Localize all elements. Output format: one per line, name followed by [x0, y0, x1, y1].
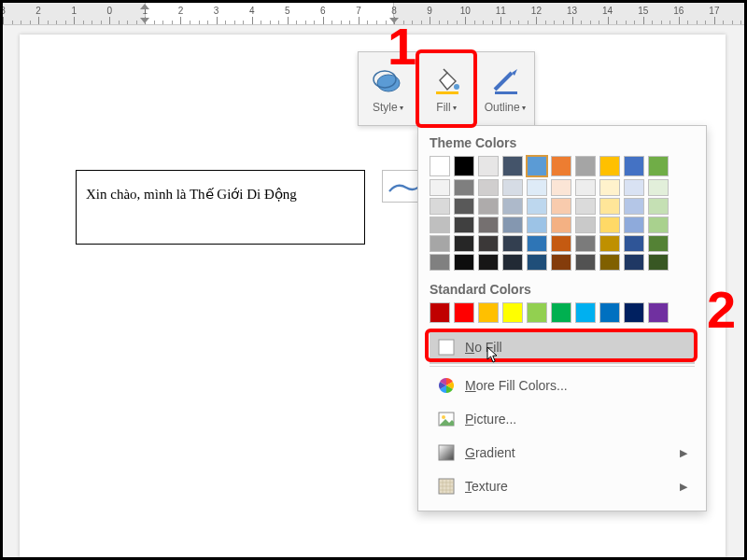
theme-tint-swatch[interactable] — [430, 254, 450, 271]
gradient-fill-item[interactable]: Gradient ▶ — [430, 436, 695, 469]
svg-rect-3 — [436, 91, 458, 94]
theme-color-swatch[interactable] — [551, 156, 571, 176]
theme-tint-swatch[interactable] — [648, 198, 669, 215]
standard-color-swatch[interactable] — [551, 302, 571, 323]
standard-color-swatch[interactable] — [502, 302, 523, 323]
more-fill-colors-item[interactable]: More Fill Colors... — [430, 369, 695, 402]
gradient-icon — [437, 443, 456, 462]
ruler-number: 0 — [107, 6, 113, 16]
theme-tint-swatch[interactable] — [599, 217, 620, 233]
theme-tint-swatch[interactable] — [502, 235, 523, 252]
theme-tint-swatch[interactable] — [648, 235, 669, 252]
theme-tint-swatch[interactable] — [599, 235, 620, 252]
ruler-number: 3 — [3, 6, 6, 16]
standard-color-swatch[interactable] — [648, 302, 669, 323]
texture-fill-item[interactable]: Texture ▶ — [430, 469, 695, 503]
chevron-down-icon: ▾ — [453, 104, 457, 112]
outline-label: Outline — [485, 101, 520, 114]
theme-tint-swatch[interactable] — [527, 198, 547, 215]
theme-tint-swatch[interactable] — [551, 217, 571, 233]
theme-tint-swatch[interactable] — [624, 198, 644, 215]
theme-tint-swatch[interactable] — [502, 254, 523, 271]
theme-tint-swatch[interactable] — [599, 254, 620, 271]
theme-colors-heading: Theme Colors — [430, 135, 695, 150]
theme-tint-swatch[interactable] — [648, 217, 669, 233]
ruler-number: 4 — [249, 6, 255, 16]
theme-tint-swatch[interactable] — [478, 254, 499, 271]
ruler-number: 17 — [709, 6, 719, 16]
theme-tint-swatch[interactable] — [454, 179, 474, 196]
submenu-arrow-icon: ▶ — [680, 481, 687, 493]
theme-tint-swatch[interactable] — [648, 179, 669, 196]
theme-tint-swatch[interactable] — [575, 217, 596, 233]
theme-color-swatch[interactable] — [454, 156, 474, 176]
theme-tint-swatch[interactable] — [575, 179, 596, 196]
theme-tint-swatch[interactable] — [478, 235, 499, 252]
theme-tint-swatch[interactable] — [624, 254, 644, 271]
standard-color-swatch[interactable] — [430, 302, 450, 323]
theme-color-swatch[interactable] — [478, 156, 499, 176]
theme-tint-swatch[interactable] — [502, 179, 523, 196]
theme-tint-swatch[interactable] — [430, 235, 450, 252]
theme-tint-swatch[interactable] — [454, 254, 474, 271]
standard-color-swatch[interactable] — [599, 302, 620, 323]
fill-label: Fill — [436, 101, 450, 114]
fill-button[interactable]: Fill▾ — [417, 52, 476, 125]
theme-tint-swatch[interactable] — [527, 179, 547, 196]
outline-button[interactable]: Outline▾ — [475, 52, 534, 125]
theme-tint-swatch[interactable] — [478, 217, 499, 233]
theme-color-swatch[interactable] — [502, 156, 523, 176]
theme-tint-swatch[interactable] — [599, 179, 620, 196]
theme-tint-swatch[interactable] — [599, 198, 620, 215]
theme-color-swatch[interactable] — [599, 156, 620, 176]
standard-color-swatch[interactable] — [454, 302, 474, 323]
theme-tint-swatch[interactable] — [551, 254, 571, 271]
theme-tint-swatch[interactable] — [430, 198, 450, 215]
theme-tint-swatch[interactable] — [502, 217, 523, 233]
no-fill-icon — [437, 338, 456, 357]
svg-point-0 — [377, 75, 400, 91]
theme-tint-swatch[interactable] — [478, 179, 499, 196]
theme-tint-swatch[interactable] — [624, 235, 644, 252]
theme-tint-swatch[interactable] — [551, 235, 571, 252]
picture-fill-label: Picture... — [465, 412, 516, 427]
theme-tint-swatch[interactable] — [624, 217, 644, 233]
theme-color-swatch[interactable] — [624, 156, 644, 176]
theme-tint-swatch[interactable] — [551, 198, 571, 215]
theme-color-swatch[interactable] — [575, 156, 596, 176]
theme-tint-swatch[interactable] — [454, 217, 474, 233]
style-label: Style — [373, 101, 398, 114]
theme-tint-swatch[interactable] — [454, 235, 474, 252]
theme-tint-swatch[interactable] — [454, 198, 474, 215]
ruler-number: 13 — [567, 6, 577, 16]
no-fill-item[interactable]: No Fill — [430, 330, 695, 364]
theme-tint-swatch[interactable] — [648, 254, 669, 271]
theme-tint-swatch[interactable] — [575, 235, 596, 252]
standard-color-swatch[interactable] — [527, 302, 547, 323]
theme-tint-swatch[interactable] — [430, 179, 450, 196]
theme-tint-swatch[interactable] — [430, 217, 450, 233]
theme-color-swatch[interactable] — [527, 156, 547, 176]
picture-icon — [437, 410, 456, 428]
text-box[interactable]: Xin chào, mình là Thế Giới Di Động — [76, 170, 365, 245]
theme-tint-swatch[interactable] — [527, 254, 547, 271]
theme-tint-swatch[interactable] — [575, 198, 596, 215]
standard-color-swatch[interactable] — [478, 302, 499, 323]
theme-tint-swatch[interactable] — [527, 235, 547, 252]
theme-tint-swatch[interactable] — [502, 198, 523, 215]
standard-color-swatch[interactable] — [575, 302, 596, 323]
theme-color-swatch[interactable] — [648, 156, 669, 176]
theme-tint-swatch[interactable] — [575, 254, 596, 271]
theme-tint-swatch[interactable] — [551, 179, 571, 196]
theme-color-swatch[interactable] — [430, 156, 450, 176]
theme-tint-swatch[interactable] — [527, 217, 547, 233]
submenu-arrow-icon: ▶ — [680, 447, 687, 459]
ruler-number: 5 — [285, 6, 290, 16]
picture-fill-item[interactable]: Picture... — [430, 402, 695, 436]
theme-tint-swatch[interactable] — [624, 179, 644, 196]
standard-color-swatch[interactable] — [624, 302, 644, 323]
theme-tint-swatch[interactable] — [478, 198, 499, 215]
ruler-number: 10 — [460, 6, 471, 16]
svg-rect-8 — [439, 445, 454, 460]
standard-colors-heading: Standard Colors — [430, 282, 695, 297]
